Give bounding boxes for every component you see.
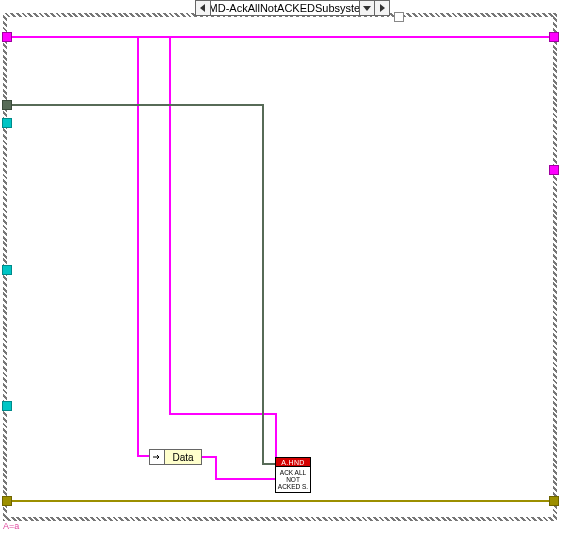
wire-data-out-h2 [215, 478, 276, 480]
tunnel-left-ref [2, 100, 12, 110]
case-dropdown-arrow[interactable] [359, 1, 374, 15]
wire-cluster-branch2-h [169, 413, 277, 415]
wire-cluster-to-unbundle-v [137, 36, 139, 456]
wire-ref-h [9, 104, 264, 106]
subvi-body-label: ACK ALL NOT ACKED S. [275, 467, 311, 493]
subvi-header: A.HND [275, 457, 311, 467]
wire-ref-v [262, 104, 264, 464]
tunnel-left-cluster [2, 32, 12, 42]
tunnel-left-cyan-1 [2, 118, 12, 128]
wire-error [9, 500, 551, 502]
case-selector-label: "CMD-AckAllNotACKEDSubsystem" [211, 1, 359, 15]
unbundle-field-label: Data [165, 450, 201, 464]
diagram-stage: "CMD-AckAllNotACKEDSubsystem" Data A.HND… [0, 0, 562, 535]
tunnel-right-error [549, 496, 559, 506]
wire-cluster-top [9, 36, 551, 38]
case-next-arrow[interactable] [374, 1, 389, 15]
corner-label: A=a [3, 521, 19, 531]
subvi-ack-handler[interactable]: A.HND ACK ALL NOT ACKED S. [275, 457, 311, 493]
tunnel-left-error [2, 496, 12, 506]
case-structure-frame [3, 13, 557, 521]
tunnel-left-cyan-3 [2, 401, 12, 411]
unbundle-by-name-node[interactable]: Data [149, 449, 202, 465]
unbundle-input-icon [150, 450, 165, 464]
tunnel-left-cyan-2 [2, 265, 12, 275]
wire-data-out-v [215, 456, 217, 478]
tunnel-right-magenta-2 [549, 165, 559, 175]
case-prev-arrow[interactable] [196, 1, 211, 15]
wire-cluster-branch2-v [169, 36, 171, 414]
tunnel-right-cluster [549, 32, 559, 42]
tunnel-top [394, 12, 404, 22]
case-selector[interactable]: "CMD-AckAllNotACKEDSubsystem" [195, 0, 390, 16]
